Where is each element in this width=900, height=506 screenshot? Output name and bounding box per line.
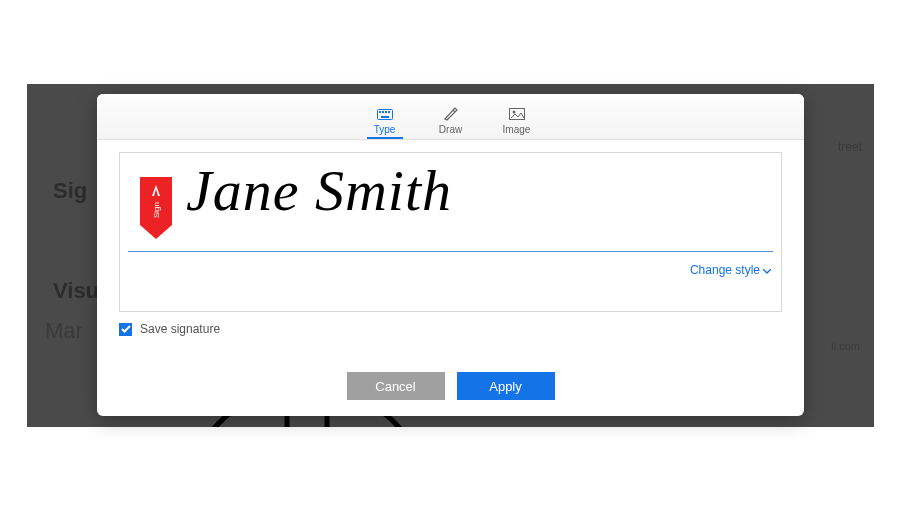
save-signature-checkbox[interactable]: [119, 323, 132, 336]
sign-tag-label: Sign: [152, 202, 161, 218]
save-signature-label: Save signature: [140, 322, 220, 336]
bg-text-sig: Sig: [53, 178, 87, 204]
change-style-link[interactable]: Change style: [690, 263, 771, 277]
svg-rect-4: [382, 111, 384, 113]
bg-text-mar: Mar: [45, 318, 83, 344]
tab-draw[interactable]: Draw: [433, 107, 469, 139]
cancel-button[interactable]: Cancel: [347, 372, 445, 400]
chevron-down-icon: [763, 263, 771, 277]
keyboard-icon: [377, 107, 393, 121]
change-style-label: Change style: [690, 263, 760, 277]
signature-baseline: [128, 251, 773, 252]
bg-text-street: treet: [838, 140, 862, 154]
bg-text-visu: Visu: [53, 278, 99, 304]
apply-button[interactable]: Apply: [457, 372, 555, 400]
signature-dialog: Type Draw Image Sign Jane Smit: [97, 94, 804, 416]
typed-signature: Jane Smith: [186, 157, 452, 224]
signature-area: Sign Jane Smith Change style Save signat…: [97, 140, 804, 360]
signature-canvas[interactable]: Sign Jane Smith Change style: [119, 152, 782, 312]
svg-rect-6: [388, 111, 390, 113]
save-signature-row: Save signature: [119, 322, 782, 336]
svg-rect-3: [379, 111, 381, 113]
tab-draw-label: Draw: [439, 124, 462, 135]
svg-rect-7: [381, 116, 389, 118]
svg-point-9: [512, 111, 515, 114]
dialog-buttons: Cancel Apply: [97, 360, 804, 416]
bg-text-com: il.com: [831, 340, 860, 352]
tab-image[interactable]: Image: [499, 107, 535, 139]
pen-icon: [443, 107, 459, 121]
sign-here-tag: Sign: [140, 177, 172, 241]
image-icon: [509, 107, 525, 121]
tab-type[interactable]: Type: [367, 107, 403, 139]
adobe-sign-icon: [149, 184, 163, 198]
signature-mode-tabs: Type Draw Image: [97, 94, 804, 140]
tab-type-label: Type: [374, 124, 396, 135]
check-icon: [121, 325, 131, 333]
svg-rect-5: [385, 111, 387, 113]
tab-image-label: Image: [503, 124, 531, 135]
